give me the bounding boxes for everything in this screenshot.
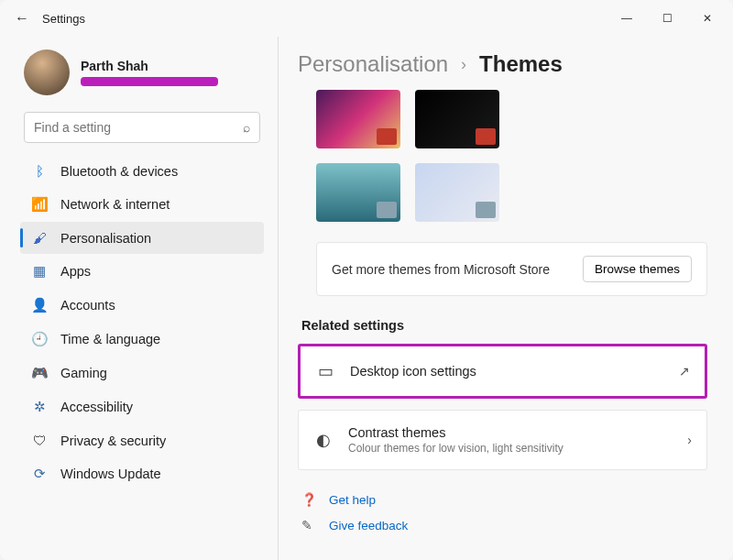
nav-icon: 🎮 — [31, 365, 48, 381]
theme-thumb[interactable] — [316, 90, 400, 148]
theme-thumbnails — [316, 163, 707, 222]
nav-icon: 🛡 — [31, 433, 48, 448]
external-link-icon: ↗ — [679, 364, 690, 379]
help-icon: ❓ — [301, 492, 318, 507]
nav-icon: ᛒ — [31, 163, 48, 179]
nav-icon: 📶 — [31, 196, 48, 213]
search-icon: ⌕ — [243, 120, 250, 135]
nav-label: Accounts — [60, 298, 115, 313]
nav-label: Time & language — [60, 332, 160, 346]
theme-thumb[interactable] — [415, 163, 499, 222]
sidebar-item-time-language[interactable]: 🕘Time & language — [20, 323, 264, 356]
nav-icon: ✲ — [31, 399, 48, 415]
theme-thumbnails — [316, 90, 707, 148]
nav-label: Bluetooth & devices — [60, 164, 178, 179]
main-content: Personalisation › Themes Get more themes… — [275, 37, 733, 560]
contrast-themes-card[interactable]: ◐ Contrast themes Colour themes for low … — [298, 410, 707, 470]
sidebar-item-apps[interactable]: ▦Apps — [20, 255, 264, 288]
nav-icon: 🕘 — [31, 331, 48, 347]
feedback-icon: ✎ — [301, 518, 318, 533]
card-subtitle: Colour themes for low vision, light sens… — [348, 442, 673, 455]
sidebar-item-network-internet[interactable]: 📶Network & internet — [20, 188, 264, 221]
chevron-right-icon: › — [461, 55, 466, 74]
nav-icon: ⟳ — [31, 466, 48, 482]
user-email-redacted — [81, 77, 218, 86]
section-title: Related settings — [301, 318, 707, 333]
theme-thumb[interactable] — [316, 163, 400, 222]
user-name: Parth Shah — [81, 59, 218, 73]
store-text: Get more themes from Microsoft Store — [332, 262, 570, 277]
nav-list: ᛒBluetooth & devices📶Network & internet🖌… — [20, 154, 264, 549]
search-input[interactable]: ⌕ — [24, 112, 260, 143]
nav-label: Privacy & security — [60, 434, 166, 448]
nav-icon: ▦ — [31, 263, 48, 280]
titlebar: ← Settings — ☐ ✕ — [0, 0, 733, 37]
card-title: Contrast themes — [348, 425, 673, 440]
link-label: Give feedback — [329, 519, 408, 533]
desktop-icon-settings-card[interactable]: ▭ Desktop icon settings ↗ — [298, 344, 707, 399]
store-card: Get more themes from Microsoft Store Bro… — [316, 242, 707, 296]
user-block[interactable]: Parth Shah — [24, 49, 264, 95]
sidebar-item-windows-update[interactable]: ⟳Windows Update — [20, 457, 264, 490]
nav-label: Windows Update — [60, 467, 161, 481]
sidebar-item-personalisation[interactable]: 🖌Personalisation — [20, 222, 264, 254]
contrast-icon: ◐ — [313, 430, 334, 450]
link-label: Get help — [329, 493, 376, 507]
sidebar-item-accessibility[interactable]: ✲Accessibility — [20, 390, 264, 423]
sidebar-item-accounts[interactable]: 👤Accounts — [20, 289, 264, 322]
breadcrumb-current: Themes — [479, 51, 563, 77]
sidebar-item-bluetooth-devices[interactable]: ᛒBluetooth & devices — [20, 155, 264, 187]
avatar — [24, 49, 70, 95]
sidebar: Parth Shah ⌕ ᛒBluetooth & devices📶Networ… — [0, 37, 275, 560]
nav-label: Network & internet — [60, 197, 170, 212]
minimize-button[interactable]: — — [618, 12, 636, 25]
nav-label: Apps — [60, 264, 91, 279]
close-button[interactable]: ✕ — [698, 12, 717, 25]
nav-label: Personalisation — [60, 231, 151, 246]
theme-thumb[interactable] — [415, 90, 499, 148]
sidebar-item-gaming[interactable]: 🎮Gaming — [20, 357, 264, 390]
give-feedback-link[interactable]: ✎ Give feedback — [298, 512, 707, 538]
nav-label: Accessibility — [60, 400, 133, 414]
breadcrumb: Personalisation › Themes — [298, 51, 707, 77]
nav-icon: 👤 — [31, 297, 48, 313]
nav-label: Gaming — [60, 366, 107, 380]
desktop-icon: ▭ — [315, 361, 335, 381]
breadcrumb-parent[interactable]: Personalisation — [298, 51, 448, 77]
card-title: Desktop icon settings — [350, 364, 664, 379]
back-button[interactable]: ← — [7, 10, 37, 27]
nav-icon: 🖌 — [31, 230, 48, 246]
get-help-link[interactable]: ❓ Get help — [298, 487, 707, 512]
chevron-right-icon: › — [687, 433, 692, 447]
maximize-button[interactable]: ☐ — [658, 12, 676, 25]
sidebar-item-privacy-security[interactable]: 🛡Privacy & security — [20, 424, 264, 456]
app-title: Settings — [42, 12, 85, 26]
browse-themes-button[interactable]: Browse themes — [583, 256, 692, 282]
search-field[interactable] — [34, 120, 243, 135]
